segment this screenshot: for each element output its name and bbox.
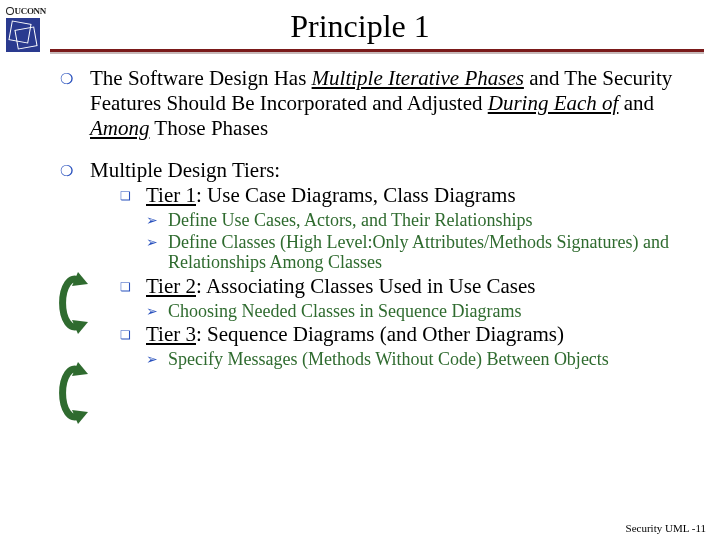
logo-icon <box>6 18 40 52</box>
cycle-arrow-icon <box>54 362 88 424</box>
arrow-bullet-icon: ➢ <box>146 232 168 273</box>
bullet-2: ❍ Multiple Design Tiers: ❏ Tier 1: Use C… <box>60 158 700 371</box>
tier-2-sub-1: ➢ Choosing Needed Classes in Sequence Di… <box>146 301 700 322</box>
square-bullet-icon: ❏ <box>120 183 146 208</box>
uconn-logo: UCONN <box>6 6 46 62</box>
bullet-icon: ❍ <box>60 66 90 140</box>
square-bullet-icon: ❏ <box>120 274 146 299</box>
arrow-bullet-icon: ➢ <box>146 210 168 231</box>
cycle-arrows <box>54 272 88 452</box>
slide-footer: Security UML -11 <box>626 522 706 534</box>
tier-1: ❏ Tier 1: Use Case Diagrams, Class Diagr… <box>120 183 700 208</box>
square-bullet-icon: ❏ <box>120 322 146 347</box>
tier-3-sub-1: ➢ Specify Messages (Methods Without Code… <box>146 349 700 370</box>
bullet-1-text: The Software Design Has Multiple Iterati… <box>90 66 700 140</box>
arrow-bullet-icon: ➢ <box>146 349 168 370</box>
tier-2: ❏ Tier 2: Associating Classes Used in Us… <box>120 274 700 299</box>
logo-brand: UCONN <box>6 6 46 16</box>
slide-title: Principle 1 <box>0 0 720 45</box>
tier-3: ❏ Tier 3: Sequence Diagrams (and Other D… <box>120 322 700 347</box>
bullet-2-text: Multiple Design Tiers: ❏ Tier 1: Use Cas… <box>90 158 700 371</box>
cycle-arrow-icon <box>54 272 88 334</box>
slide-content: ❍ The Software Design Has Multiple Itera… <box>0 52 720 371</box>
tier-1-sub-1: ➢ Define Use Cases, Actors, and Their Re… <box>146 210 700 231</box>
tier-1-sub-2: ➢ Define Classes (High Level:Only Attrib… <box>146 232 700 273</box>
arrow-bullet-icon: ➢ <box>146 301 168 322</box>
bullet-1: ❍ The Software Design Has Multiple Itera… <box>60 66 700 140</box>
